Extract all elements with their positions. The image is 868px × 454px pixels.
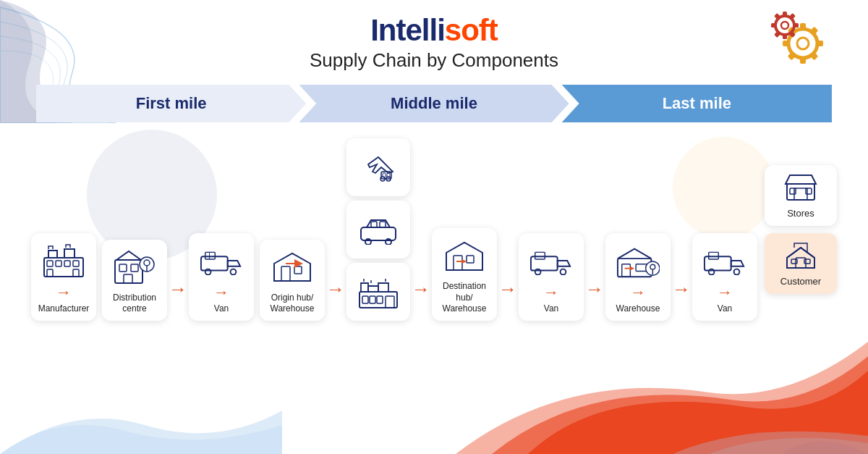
factory-icon: [357, 274, 400, 311]
arrow-1: →: [167, 278, 189, 300]
van1-arrow: →: [213, 285, 229, 300]
svg-rect-5: [783, 41, 790, 46]
arrow-3: →: [410, 278, 432, 300]
van3-icon: [703, 240, 746, 280]
svg-rect-25: [47, 269, 53, 277]
svg-rect-15: [771, 23, 777, 28]
svg-rect-8: [809, 51, 819, 61]
origin-hub-label: Origin hub/ Warehouse: [265, 293, 319, 315]
svg-rect-39: [294, 266, 302, 274]
svg-marker-69: [630, 266, 634, 271]
bg-wave-blue2: [0, 331, 282, 454]
manufacturer-card: → Manufacturer: [31, 233, 96, 321]
distribution-centre-card: Distribution centre: [102, 240, 167, 321]
svg-rect-22: [56, 261, 61, 266]
svg-rect-24: [73, 261, 79, 266]
right-side-cards: Stores Customer: [765, 165, 837, 294]
transport-stack: [346, 138, 410, 321]
svg-rect-14: [793, 23, 799, 28]
logo: Intellisoft: [370, 13, 498, 48]
distribution-centre-label: Distribution centre: [108, 293, 161, 315]
svg-rect-30: [124, 274, 132, 283]
plane-icon: [357, 150, 400, 186]
svg-rect-3: [800, 56, 806, 64]
svg-rect-26: [73, 269, 79, 277]
svg-rect-28: [119, 264, 127, 272]
svg-rect-80: [791, 259, 797, 264]
customer-icon: [784, 240, 817, 272]
svg-point-72: [734, 269, 740, 275]
svg-point-11: [781, 22, 788, 29]
svg-rect-53: [377, 296, 383, 303]
svg-rect-45: [361, 227, 396, 240]
warehouse-icon: [616, 240, 660, 280]
page-content: Intellisoft Supply Chain by Components: [0, 0, 868, 321]
gears-icon: [767, 7, 839, 75]
svg-rect-49: [380, 222, 386, 227]
van3-arrow: →: [717, 285, 733, 300]
svg-rect-13: [783, 33, 787, 39]
svg-rect-64: [622, 264, 631, 277]
svg-rect-54: [386, 296, 394, 308]
logo-intelli: Intelli: [370, 13, 445, 47]
logo-soft: soft: [445, 13, 498, 47]
svg-rect-74: [787, 184, 814, 200]
warehouse-arrow: →: [630, 285, 646, 300]
origin-hub-card: Origin hub/ Warehouse: [260, 240, 325, 321]
svg-rect-62: [535, 252, 545, 259]
mile-last-banner: Last mile: [562, 85, 832, 122]
components-section: → Manufacturer: [0, 122, 868, 321]
stores-label: Stores: [787, 208, 814, 219]
svg-rect-52: [370, 296, 375, 303]
svg-rect-76: [790, 188, 796, 194]
arrow-2: →: [325, 278, 346, 300]
mile-middle-banner: Middle mile: [299, 85, 569, 122]
svg-point-35: [231, 269, 237, 275]
svg-rect-21: [47, 261, 53, 266]
svg-rect-36: [205, 252, 216, 259]
warehouse-label: Warehouse: [616, 303, 660, 315]
mile-first-banner: First mile: [36, 85, 306, 122]
arrow-6: →: [671, 278, 692, 300]
van2-card: → Van: [519, 233, 584, 321]
svg-rect-38: [281, 266, 290, 281]
svg-point-1: [797, 38, 809, 49]
svg-rect-48: [371, 222, 377, 227]
header: Intellisoft Supply Chain by Components: [0, 0, 868, 72]
stores-card: Stores: [765, 165, 837, 226]
svg-rect-9: [788, 51, 797, 61]
svg-rect-73: [709, 252, 719, 259]
warehouse-card: → Warehouse: [605, 233, 671, 321]
customer-label: Customer: [780, 276, 821, 287]
van3-card: → Van: [692, 233, 757, 321]
manufacturer-arrow: →: [56, 285, 72, 300]
destination-hub-label: Destination hub/ Warehouse: [438, 281, 491, 315]
svg-rect-51: [362, 296, 368, 303]
van2-arrow: →: [543, 285, 559, 300]
manufacturer-icon: [42, 240, 85, 280]
van2-icon: [529, 240, 573, 280]
svg-rect-55: [454, 256, 462, 270]
destination-hub-card: Destination hub/ Warehouse: [432, 228, 497, 321]
stores-icon: [784, 172, 817, 204]
components-row: → Manufacturer: [14, 138, 854, 321]
van1-label: Van: [214, 303, 229, 315]
svg-rect-4: [816, 41, 823, 46]
mile-banners: First mile Middle mile Last mile: [36, 85, 832, 122]
origin-hub-icon: [271, 247, 314, 287]
van1-icon: [200, 240, 243, 280]
svg-point-61: [561, 269, 566, 275]
svg-rect-6: [809, 27, 819, 36]
plane-card: [346, 138, 410, 196]
svg-rect-29: [131, 264, 138, 272]
destination-hub-icon: [443, 235, 486, 275]
factory-card: [346, 263, 410, 321]
van3-label: Van: [718, 303, 732, 315]
svg-rect-50: [359, 292, 397, 308]
van2-label: Van: [544, 303, 558, 315]
arrow-4: →: [497, 278, 519, 300]
distribution-centre-icon: [113, 247, 156, 287]
bg-wave-red: [456, 313, 868, 454]
svg-rect-56: [467, 256, 474, 263]
page-subtitle: Supply Chain by Components: [310, 49, 558, 72]
